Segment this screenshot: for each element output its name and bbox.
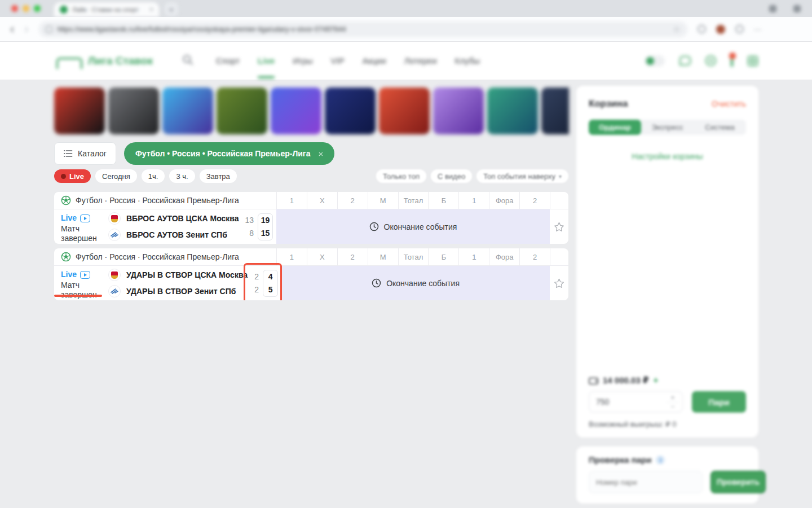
theme-toggle[interactable] bbox=[645, 55, 665, 67]
league-chip-label: Футбол • Россия • Российская Премьер-Лиг… bbox=[135, 149, 311, 158]
score: 2 2 4 5 bbox=[248, 266, 281, 300]
tab-overflow-icon[interactable] bbox=[793, 5, 801, 12]
filter-live[interactable]: Live bbox=[54, 169, 91, 183]
tab-express[interactable]: Экспресс bbox=[641, 120, 694, 135]
odds-unavailable-note: Окончание события bbox=[281, 266, 550, 300]
deposit-plus-icon[interactable]: + bbox=[653, 375, 658, 386]
site-logo[interactable]: Лига Ставок bbox=[56, 53, 153, 69]
odds-column-headers: 1 X 2 М Тотал Б 1 Фора 2 bbox=[276, 248, 550, 265]
info-icon[interactable]: i bbox=[656, 456, 665, 465]
live-label[interactable]: Live bbox=[61, 213, 77, 223]
browser-menu-icon[interactable]: ⋯ bbox=[754, 25, 762, 34]
match-row[interactable]: Live Матч завершен ВБРОС АУТОВ ЦСКА Моск… bbox=[54, 209, 568, 244]
profile-icon[interactable] bbox=[735, 25, 744, 33]
tab-single[interactable]: Ординар bbox=[589, 120, 641, 135]
video-play-icon[interactable] bbox=[80, 214, 90, 222]
promo-premier-league[interactable] bbox=[162, 87, 213, 134]
nav-item-live[interactable]: Live bbox=[258, 56, 275, 65]
live-label[interactable]: Live bbox=[61, 270, 77, 279]
nav-item-clubs[interactable]: Клубы bbox=[455, 56, 480, 65]
match-status: Live Матч завершен bbox=[54, 209, 105, 244]
site-info-icon[interactable] bbox=[46, 26, 52, 33]
place-bet-button[interactable]: Пари bbox=[692, 391, 746, 413]
notifications-bell-icon[interactable] bbox=[731, 56, 733, 66]
promo-ligue1[interactable] bbox=[433, 87, 484, 134]
downloads-icon[interactable] bbox=[769, 5, 776, 12]
nav-item-promos[interactable]: Акции bbox=[363, 56, 386, 65]
match-section-throw-ins: Футбол · Россия · Российская Премьер-Лиг… bbox=[54, 192, 568, 244]
window-minimize-button[interactable] bbox=[23, 5, 29, 12]
col-x: X bbox=[307, 192, 337, 209]
tab-close-icon[interactable]: × bbox=[149, 6, 153, 14]
bet-check-button[interactable]: Проверить bbox=[710, 471, 766, 493]
promo-bundesliga[interactable] bbox=[379, 87, 430, 134]
stake-stepper: + − bbox=[667, 393, 679, 410]
tab-favicon bbox=[60, 6, 68, 14]
promo-league-cup[interactable] bbox=[487, 87, 538, 134]
odds-column-headers: 1 X 2 М Тотал Б 1 Фора 2 bbox=[276, 192, 550, 209]
video-play-icon[interactable] bbox=[80, 271, 90, 279]
promo-laliga[interactable] bbox=[325, 87, 376, 134]
promo-cup-silver[interactable] bbox=[108, 87, 159, 134]
apps-grid-icon[interactable] bbox=[748, 56, 758, 66]
stepper-plus-button[interactable]: + bbox=[667, 393, 679, 402]
cska-logo bbox=[108, 269, 121, 281]
logo-text: Лига Ставок bbox=[88, 55, 153, 67]
filter-today[interactable]: Сегодня bbox=[95, 169, 137, 183]
nav-item-vip[interactable]: VIP bbox=[331, 56, 345, 65]
browser-tab-strip: Лайв · Ставки на спорт × + bbox=[0, 0, 812, 17]
possible-win-text: Возможный выигрыш: ₽ 0 bbox=[589, 420, 676, 428]
chat-icon[interactable] bbox=[679, 56, 691, 65]
filter-1h[interactable]: 1ч. bbox=[142, 169, 165, 183]
search-icon[interactable] bbox=[182, 54, 193, 68]
filter-with-video[interactable]: С видео bbox=[431, 169, 472, 183]
promo-the-international[interactable] bbox=[217, 87, 267, 134]
total-score-box: 19 15 bbox=[258, 213, 273, 240]
browser-tab[interactable]: Лайв · Ставки на спорт × bbox=[54, 2, 159, 17]
nav-item-games[interactable]: Игры bbox=[293, 56, 312, 65]
filter-top-only[interactable]: Только топ bbox=[376, 169, 426, 183]
forward-icon[interactable]: › bbox=[24, 23, 28, 36]
extension-icon[interactable] bbox=[716, 25, 725, 34]
league-filter-chip[interactable]: Футбол • Россия • Российская Премьер-Лиг… bbox=[124, 142, 334, 165]
team-name-away: ВБРОС АУТОВ Зенит СПб bbox=[126, 230, 227, 239]
annotation-underline bbox=[54, 295, 102, 297]
bookmark-star-icon[interactable]: ☆ bbox=[673, 24, 680, 34]
match-section-shots-on-target: Футбол · Россия · Российская Премьер-Лиг… bbox=[54, 248, 568, 300]
window-close-button[interactable] bbox=[11, 5, 18, 12]
odds-unavailable-note: Окончание события bbox=[276, 209, 550, 244]
filter-top-events-dropdown[interactable]: Топ события наверху ▾ bbox=[476, 169, 568, 183]
betslip-settings-link[interactable]: Настройки корзины bbox=[576, 152, 758, 161]
back-icon[interactable]: ‹ bbox=[10, 23, 14, 36]
teams: УДАРЫ В СТВОР ЦСКА Москва УДАРЫ В СТВОР … bbox=[105, 266, 248, 300]
extensions-icon[interactable] bbox=[698, 25, 706, 33]
stat-home: 13 bbox=[245, 216, 254, 225]
chip-close-icon[interactable]: × bbox=[318, 149, 323, 159]
address-bar[interactable]: https://www.ligastavok.ru/live/futbol/ro… bbox=[39, 21, 687, 37]
nav-item-sport[interactable]: Спорт bbox=[216, 56, 240, 65]
football-icon bbox=[61, 252, 71, 262]
promo-khl-news[interactable] bbox=[541, 87, 569, 134]
filter-tomorrow[interactable]: Завтра bbox=[200, 169, 237, 183]
col-m: М bbox=[368, 192, 398, 209]
favorite-star-icon[interactable] bbox=[550, 266, 568, 300]
catalog-button[interactable]: Каталог bbox=[54, 142, 116, 165]
match-row[interactable]: Live Матч завершен УДАРЫ В СТВОР ЦСКА Мо… bbox=[54, 266, 568, 300]
betslip-clear-button[interactable]: Очистить bbox=[712, 99, 746, 108]
total-away: 5 bbox=[268, 285, 273, 294]
window-zoom-button[interactable] bbox=[34, 5, 41, 12]
favorite-star-icon[interactable] bbox=[550, 209, 568, 244]
new-tab-button[interactable]: + bbox=[165, 2, 178, 16]
stat-home: 2 bbox=[254, 272, 259, 281]
stepper-minus-button[interactable]: − bbox=[667, 402, 679, 411]
main-nav: Спорт Live Игры VIP Акции Лотереи Клубы bbox=[216, 56, 480, 65]
promo-game-services[interactable] bbox=[271, 87, 321, 134]
total-score-box: 4 5 bbox=[263, 270, 278, 297]
nav-item-lotteries[interactable]: Лотереи bbox=[404, 56, 437, 65]
chevron-down-icon: ▾ bbox=[559, 173, 562, 179]
tab-system[interactable]: Система bbox=[694, 120, 746, 135]
bonus-icon[interactable] bbox=[705, 55, 716, 66]
bet-number-input[interactable] bbox=[589, 471, 703, 493]
filter-3h[interactable]: 3 ч. bbox=[169, 169, 195, 183]
promo-khl-bear[interactable] bbox=[54, 87, 105, 134]
